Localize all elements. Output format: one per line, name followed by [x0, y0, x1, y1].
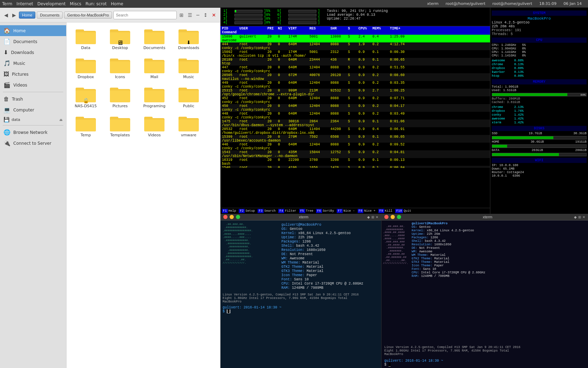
menu-home[interactable]: Home — [111, 1, 123, 6]
f9-kill[interactable]: F9Kill — [377, 208, 394, 214]
f6-sortby[interactable]: F6SortBy — [315, 208, 335, 214]
sidebar-item-videos[interactable]: 🎬 Videos — [0, 80, 66, 90]
htop-table-header: PIDUSERPRINIVIRTRESSHRSCPU%MEM%TIME+Comm… — [220, 26, 490, 35]
close-icon[interactable]: ✕ — [210, 12, 217, 19]
mem-stats: Total: 1.90GiB Used: 1.51GiB — [492, 85, 587, 92]
mem-bar: 80% — [492, 93, 587, 96]
sidebar-label-pictures: Pictures — [12, 72, 29, 77]
file-item-music[interactable]: Music — [173, 55, 204, 81]
term-resize-icon[interactable]: ⊞ — [371, 215, 374, 219]
menu-internet[interactable]: Internet — [16, 1, 33, 6]
table-row: 25315root200999M213M92532S0.92.71:00.25/… — [220, 89, 490, 96]
table-row: 450root200640M124048088S0.90.20:04.17con… — [220, 104, 490, 112]
sysinfo-panel: gulivert@MacBookPro OS: Gentoo Kernel: x… — [281, 223, 363, 290]
file-item-data[interactable]: Data — [70, 26, 102, 52]
f1-help[interactable]: F1Help — [220, 208, 237, 214]
f3-search[interactable]: F3Search — [256, 208, 277, 214]
file-item-public[interactable]: Public — [173, 84, 204, 110]
file-item-pictures[interactable]: Pictures — [104, 84, 136, 110]
table-row: 16319root2002220037603208S0.90.10:00.13b… — [220, 158, 490, 166]
file-item-videos[interactable]: Videos — [139, 113, 170, 139]
file-item-mail[interactable]: Mail — [139, 55, 170, 81]
terminal-title: xterm — [242, 215, 365, 219]
restore-icon[interactable]: ↕ — [202, 12, 209, 19]
sidebar-item-home[interactable]: 🏠 Home — [0, 25, 66, 36]
file-item-desktop[interactable]: 🖥 Desktop — [104, 26, 136, 52]
sidebar-item-trash[interactable]: 🗑 Trash — [0, 94, 66, 104]
wifi-stats: IP: 10.0.0.100 Down: 65.1MB Router: Cott… — [492, 164, 587, 178]
table-row: 15399root200279M75926508S0.90.10:00.05/u… — [220, 135, 490, 143]
os-info: Linux 4.2.5-gentoo — [492, 21, 587, 25]
hostname: MacBookPro — [492, 16, 587, 21]
minimize-icon[interactable]: ─ — [195, 12, 201, 19]
close-btn[interactable] — [223, 215, 227, 219]
close-icon-2[interactable]: ✕ — [582, 215, 585, 219]
grid-view-icon[interactable]: ⊞ — [178, 12, 185, 19]
forward-button[interactable]: ▶ — [11, 12, 18, 19]
file-label: Music — [183, 75, 194, 79]
minimize-btn[interactable] — [230, 215, 234, 219]
macbook-tab[interactable]: Gentoo-for-MacBookPro — [64, 12, 112, 19]
sidebar-item-browse-network[interactable]: 🌐 Browse Network — [0, 127, 66, 138]
home-tab[interactable]: Home — [19, 12, 35, 19]
sidebar-item-pictures[interactable]: 🖼 Pictures — [0, 69, 66, 80]
resize-icon-2[interactable]: ⊞ — [578, 215, 581, 219]
table-row: 1475root2003081628642364S0.90.10:01.06/u… — [220, 120, 490, 127]
htop-process-table[interactable]: 15896gulivert200174M500113808S2.40.41:25… — [220, 35, 490, 168]
screenfetch-content: .##.###.##. .############. .############… — [220, 220, 381, 368]
sidebar-item-downloads[interactable]: ⬇ Downloads — [0, 47, 66, 58]
close-btn-2[interactable] — [384, 215, 388, 219]
file-item-programing[interactable]: Programing — [139, 84, 170, 110]
f10-quit[interactable]: F10Quit — [394, 208, 413, 214]
network-icon: 🌐 — [4, 129, 10, 136]
hostname-label: gulivert@MacBookPro — [281, 223, 321, 227]
fm-files: Data 🖥 Desktop Documents ⬇ Downloads — [66, 22, 220, 368]
sidebar-item-computer[interactable]: 💻 Computer — [0, 104, 66, 115]
f7-nice-minus[interactable]: F7Nice - — [335, 208, 356, 214]
sidebar-item-music[interactable]: 🎵 Music — [0, 58, 66, 69]
file-label: Temp — [80, 133, 91, 137]
summary-3: MacBookPro — [384, 353, 585, 356]
eject-icon[interactable]: ⏏ — [59, 118, 63, 122]
maximize-btn[interactable] — [236, 215, 240, 219]
documents-tab[interactable]: Documents — [37, 12, 63, 19]
pin-icon-2[interactable]: ◆ — [574, 215, 577, 219]
file-item-icons[interactable]: Icons — [104, 55, 136, 81]
f2-setup[interactable]: F2Setup — [237, 208, 256, 214]
back-button[interactable]: ◀ — [3, 12, 9, 19]
file-item-nas[interactable]: 🔒 NAS-DS415 — [70, 84, 102, 110]
sidebar-item-documents[interactable]: 📄 Documents — [0, 36, 66, 47]
search-input[interactable] — [113, 11, 177, 19]
file-item-downloads[interactable]: ⬇ Downloads — [173, 26, 204, 52]
file-item-vmware[interactable]: vmware — [173, 113, 204, 139]
menu-miscs[interactable]: Miscs — [70, 1, 82, 6]
fm-sidebar: 🏠 Home 📄 Documents ⬇ Downloads 🎵 Music 🖼 — [0, 22, 66, 368]
file-item-templates[interactable]: Templates — [104, 113, 136, 139]
f4-filter[interactable]: F4Filter — [277, 208, 298, 214]
ascii-art: .##.###.##. .############. .############… — [223, 223, 279, 264]
term-close-icon[interactable]: ✕ — [376, 215, 378, 219]
menu-term[interactable]: Term — [2, 1, 12, 6]
file-label: Pictures — [112, 104, 128, 108]
term-pin-icon[interactable]: ◆ — [367, 215, 370, 219]
file-item-dropbox[interactable]: Dropbox — [70, 55, 102, 81]
f8-nice-plus[interactable]: F8Nice + — [356, 208, 377, 214]
titlebar-path2: root@/home/gulivert — [492, 1, 532, 6]
menu-run[interactable]: Run: scrot — [85, 1, 106, 6]
f5-tree[interactable]: F5Tree — [298, 208, 315, 214]
connect-icon: 🔌 — [4, 140, 10, 146]
sidebar-item-connect-server[interactable]: 🔌 Connect to Server — [0, 138, 66, 149]
file-item-documents[interactable]: Documents — [139, 26, 170, 52]
sidebar-item-data[interactable]: 💾 data ⏏ — [0, 115, 66, 124]
minimize-btn-2[interactable] — [391, 215, 395, 219]
menu-development[interactable]: Development — [37, 1, 66, 6]
menu-view-icon[interactable]: ☰ — [187, 12, 194, 19]
cmd-2: $ — [223, 309, 227, 313]
summary-1: Linux Version 4.2.5-gentoo, Compiled #13… — [384, 346, 585, 349]
disk-stats: SSD19.7GiB30.3GiB HOME30.6GiB191GiB DATA… — [492, 132, 587, 156]
uptime-display: 22h 26m 48s — [492, 25, 587, 28]
file-item-temp[interactable]: Temp — [70, 113, 102, 139]
second-screenfetch-display: .##.###.##. .##########. .####.##.#### .… — [382, 220, 588, 344]
maximize-btn-2[interactable] — [397, 215, 401, 219]
documents-icon: 📄 — [4, 38, 10, 45]
